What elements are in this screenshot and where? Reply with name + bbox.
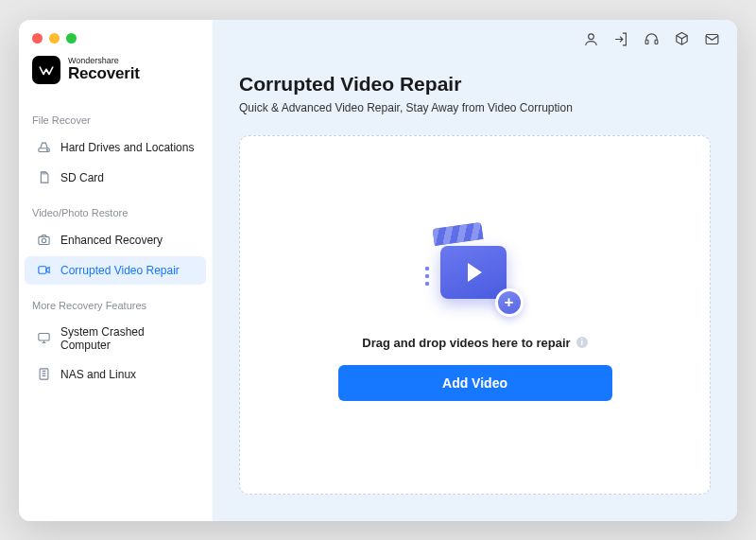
dropzone-text: Drag and drop videos here to repair xyxy=(362,336,570,350)
sd-icon xyxy=(36,170,51,185)
sidebar-item-system-crashed-computer[interactable]: System Crashed Computer xyxy=(25,319,206,358)
window-controls xyxy=(32,33,77,44)
sidebar-item-label: Enhanced Recovery xyxy=(60,234,163,247)
sidebar-item-label: System Crashed Computer xyxy=(60,325,195,352)
sidebar: Wondershare Recoverit File RecoverHard D… xyxy=(19,20,213,521)
sidebar-nav: File RecoverHard Drives and LocationsSD … xyxy=(19,101,212,389)
header-toolbar xyxy=(582,31,720,48)
sidebar-section-title: More Recovery Features xyxy=(19,287,212,317)
drive-icon xyxy=(36,140,51,155)
svg-rect-2 xyxy=(655,40,658,44)
video-dropzone[interactable]: + Drag and drop videos here to repair i … xyxy=(239,135,711,495)
sidebar-section-title: File Recover xyxy=(19,101,212,131)
sidebar-item-nas-and-linux[interactable]: NAS and Linux xyxy=(25,360,206,389)
cube-icon[interactable] xyxy=(673,31,690,48)
sidebar-item-label: Hard Drives and Locations xyxy=(60,141,194,154)
page-title: Corrupted Video Repair xyxy=(239,73,711,96)
video-icon xyxy=(36,263,51,278)
close-window-button[interactable] xyxy=(32,33,43,44)
svg-point-5 xyxy=(46,149,47,150)
camera-icon xyxy=(36,233,51,248)
monitor-icon xyxy=(36,331,51,346)
svg-rect-8 xyxy=(38,267,45,274)
nas-icon xyxy=(36,367,51,382)
sidebar-section-title: Video/Photo Restore xyxy=(19,194,212,224)
brand: Wondershare Recoverit xyxy=(19,56,212,101)
sidebar-item-enhanced-recovery[interactable]: Enhanced Recovery xyxy=(25,226,206,254)
main-panel: Corrupted Video Repair Quick & Advanced … xyxy=(213,20,737,521)
maximize-window-button[interactable] xyxy=(66,33,77,44)
video-repair-illustration-icon: + xyxy=(423,229,527,319)
svg-point-7 xyxy=(42,238,45,242)
sidebar-item-label: SD Card xyxy=(60,171,104,184)
page-subtitle: Quick & Advanced Video Repair, Stay Away… xyxy=(239,101,711,114)
sidebar-item-hard-drives-and-locations[interactable]: Hard Drives and Locations xyxy=(25,133,206,162)
login-icon[interactable] xyxy=(612,31,629,48)
minimize-window-button[interactable] xyxy=(49,33,60,44)
sidebar-item-label: NAS and Linux xyxy=(60,368,136,381)
svg-rect-6 xyxy=(38,236,48,244)
add-video-button[interactable]: Add Video xyxy=(338,365,612,401)
sidebar-item-label: Corrupted Video Repair xyxy=(60,264,180,277)
svg-rect-9 xyxy=(38,334,48,341)
dropzone-label: Drag and drop videos here to repair i xyxy=(362,336,587,350)
brand-logo-icon xyxy=(32,56,60,84)
info-icon[interactable]: i xyxy=(576,337,588,348)
app-window: Wondershare Recoverit File RecoverHard D… xyxy=(19,20,737,521)
svg-rect-10 xyxy=(40,369,48,379)
sidebar-item-sd-card[interactable]: SD Card xyxy=(25,164,206,192)
svg-rect-3 xyxy=(706,35,718,44)
brand-text-bottom: Recoverit xyxy=(68,65,140,82)
svg-rect-1 xyxy=(645,40,648,44)
svg-point-0 xyxy=(588,34,593,40)
user-icon[interactable] xyxy=(582,31,599,48)
sidebar-item-corrupted-video-repair[interactable]: Corrupted Video Repair xyxy=(25,256,206,285)
mail-icon[interactable] xyxy=(703,31,720,48)
headset-icon[interactable] xyxy=(643,31,660,48)
